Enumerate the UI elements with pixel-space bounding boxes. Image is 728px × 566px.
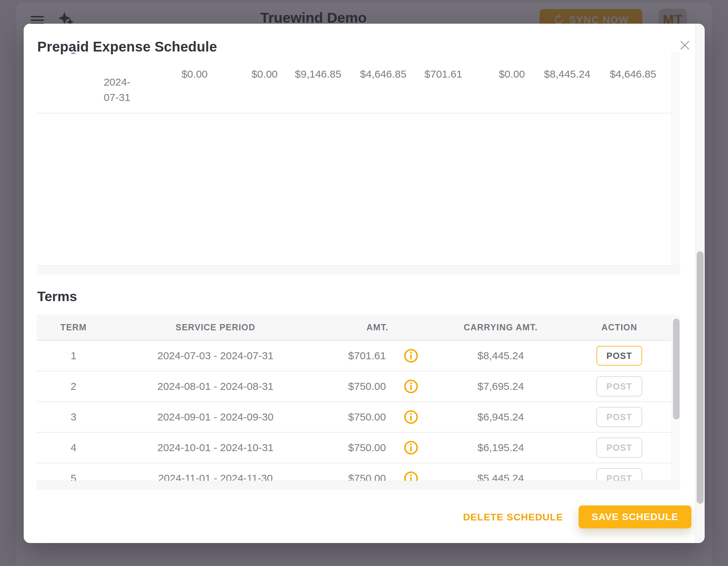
modal-scrollbar-thumb[interactable]: [697, 251, 704, 504]
terms-scrollbar-thumb[interactable]: [673, 319, 680, 419]
schedule-value: $4,646.85: [580, 68, 656, 80]
col-header-term: TERM: [37, 322, 110, 332]
amount: $750.00: [348, 442, 386, 454]
schedule-table: 1 2024- 07-31 $0.00 $0.00 $9,146.85 $4,6…: [37, 52, 680, 275]
terms-header-row: TERM SERVICE PERIOD AMT. CARRYING AMT. A…: [37, 314, 672, 341]
term-number: 3: [37, 411, 110, 423]
amount: $750.00: [348, 380, 386, 392]
post-button[interactable]: POST: [596, 346, 642, 366]
amount: $701.61: [348, 350, 386, 362]
save-schedule-button[interactable]: SAVE SCHEDULE: [579, 505, 691, 528]
amount: $750.00: [348, 472, 386, 481]
post-button[interactable]: POST: [596, 468, 642, 481]
schedule-vertical-scrollbar[interactable]: [672, 52, 680, 265]
carrying-amount: $7,695.24: [434, 380, 567, 392]
post-button[interactable]: POST: [596, 438, 642, 458]
info-icon[interactable]: [403, 348, 419, 363]
col-header-carrying: CARRYING AMT.: [434, 322, 567, 332]
service-period: 2024-11-01 - 2024-11-30: [110, 472, 320, 481]
info-icon[interactable]: [403, 471, 419, 481]
schedule-value: $0.00: [131, 68, 208, 80]
service-period: 2024-10-01 - 2024-10-31: [110, 442, 320, 454]
carrying-amount: $6,945.24: [434, 411, 567, 423]
service-period: 2024-07-03 - 2024-07-31: [110, 350, 320, 362]
term-number: 4: [37, 442, 110, 454]
service-period: 2024-09-01 - 2024-09-30: [110, 411, 320, 423]
delete-schedule-button[interactable]: DELETE SCHEDULE: [461, 510, 565, 525]
table-row: 3 2024-09-01 - 2024-09-30 $750.00 $6,945…: [37, 402, 672, 433]
term-number: 2: [37, 380, 110, 392]
term-number: 1: [37, 350, 110, 362]
schedule-value: $0.00: [448, 68, 525, 80]
table-row: 1 2024-07-03 - 2024-07-31 $701.61 $8,445…: [37, 341, 672, 371]
terms-table: TERM SERVICE PERIOD AMT. CARRYING AMT. A…: [37, 314, 680, 481]
terms-heading: Terms: [37, 289, 77, 304]
schedule-row-term: 1: [66, 52, 80, 56]
info-icon[interactable]: [403, 379, 419, 394]
col-header-action: ACTION: [567, 322, 672, 332]
terms-vertical-scrollbar[interactable]: [672, 314, 680, 481]
post-button[interactable]: POST: [596, 407, 642, 427]
post-button[interactable]: POST: [596, 376, 642, 396]
col-header-period: SERVICE PERIOD: [110, 322, 320, 332]
schedule-value: $8,445.24: [514, 68, 590, 80]
table-row: 5 2024-11-01 - 2024-11-30 $750.00 $5,445…: [37, 463, 672, 481]
prepaid-expense-schedule-dialog: Prepaid Expense Schedule 1 2024- 07-31 $…: [24, 24, 705, 543]
carrying-amount: $5,445.24: [434, 472, 567, 481]
terms-horizontal-scrollbar[interactable]: [37, 481, 680, 490]
table-row: 2 2024-08-01 - 2024-08-31 $750.00 $7,695…: [37, 371, 672, 402]
col-header-amt: AMT.: [320, 322, 434, 332]
amount: $750.00: [348, 411, 386, 423]
service-period: 2024-08-01 - 2024-08-31: [110, 380, 320, 392]
term-number: 5: [37, 472, 110, 481]
carrying-amount: $8,445.24: [434, 350, 567, 362]
carrying-amount: $6,195.24: [434, 442, 567, 454]
row-divider: [37, 113, 672, 113]
modal-scrollbar[interactable]: [695, 24, 704, 543]
table-row: 4 2024-10-01 - 2024-10-31 $750.00 $6,195…: [37, 433, 672, 463]
close-icon[interactable]: [678, 38, 692, 52]
info-icon[interactable]: [403, 440, 419, 455]
info-icon[interactable]: [403, 409, 419, 425]
schedule-horizontal-scrollbar[interactable]: [37, 265, 680, 275]
